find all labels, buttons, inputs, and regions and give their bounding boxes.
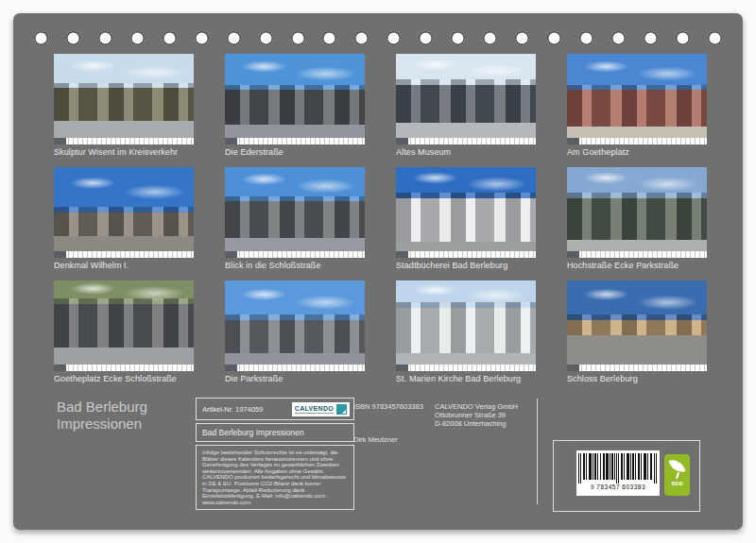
binding-hole [259,31,273,45]
author-name: Dirk Meutzner [353,435,435,444]
barcode-bars [578,453,658,484]
calendar-photo [225,54,365,144]
photo-caption: Denkmal Wilhelm I. [54,261,194,270]
binding-hole [708,31,722,45]
calendar-photo [54,167,194,258]
binding-hole [195,31,209,45]
binding-hole [227,31,241,45]
calendar-photo [396,54,536,144]
photo-caption: Am Goetheplatz [567,147,707,157]
photo-caption: St. Marien Kirche Bad Berleburg [396,374,536,383]
binding-hole [483,31,497,45]
calendar-date-strip [225,138,365,144]
calendar-page-thumbnail: Am Goetheplatz [567,54,707,157]
calendar-page-thumbnail: Hochstraße Ecke Parkstraße [567,167,707,270]
binding-hole [354,31,369,45]
calendar-back-cover: Skulptur Wisent im Kreisverkehr Die Eder… [13,13,743,530]
legal-text-box: Infolge bestehender Schutzrechte ist es … [196,445,354,510]
calvendo-logo-text: CALVENDO [295,405,334,412]
calendar-date-strip [396,138,536,144]
buildings-silhouette [54,207,194,236]
calendar-date-strip [567,365,707,371]
eco-label: eco [671,480,682,486]
photo-caption: Hochstraße Ecke Parkstraße [567,261,707,270]
publisher-street: Ottobrunner Straße 39 [435,411,518,419]
calvendo-logo: CALVENDO [292,402,350,416]
photo-caption: Die Parkstraße [225,374,365,383]
calendar-page-thumbnail: Die Ederstraße [225,54,365,157]
binding-hole [98,31,112,45]
legal-text: Infolge bestehender Schutzrechte ist es … [202,450,346,505]
binding-hole [644,31,658,45]
calendar-photo [396,280,536,371]
binding-hole [66,31,80,45]
article-number: Artikel-Nr. 1974059 [202,405,263,414]
photo-caption: Goetheplatz Ecke Schloßstraße [54,374,194,383]
buildings-silhouette [54,298,194,348]
barcode-section: 9 783457 603383 eco [553,440,700,512]
publisher-address: CALVENDO Verlag GmbH Ottobrunner Straße … [435,402,518,428]
product-title: Bad Berleburg Impressionen [202,428,304,437]
calendar-title-line1: Bad Berleburg [57,399,147,416]
calendar-page-thumbnail: Schloss Berleburg [567,280,707,383]
calendar-date-strip [225,365,365,371]
buildings-silhouette [567,314,707,334]
calendar-photo [396,167,536,258]
buildings-silhouette [567,193,707,240]
binding-hole [611,31,626,45]
buildings-silhouette [225,196,365,238]
calendar-date-strip [396,365,536,371]
binding-hole [163,31,177,45]
binding-hole [291,31,305,45]
buildings-silhouette [396,79,536,123]
buildings-silhouette [54,83,194,121]
calendar-page-thumbnail: Goetheplatz Ecke Schloßstraße [54,280,194,383]
spiral-binding-holes [34,31,722,45]
calendar-page-thumbnail: Denkmal Wilhelm I. [54,167,194,270]
calendar-photo [567,167,707,258]
photo-caption: Skulptur Wisent im Kreisverkehr [54,147,194,157]
calendar-page-thumbnail: Die Parkstraße [225,280,365,383]
photo-caption: Blick in die Schloßstraße [225,261,365,270]
calendar-date-strip [567,251,707,258]
divider-line [537,399,538,504]
calendar-page-thumbnail: St. Marien Kirche Bad Berleburg [396,280,536,383]
calendar-date-strip [54,138,194,144]
binding-hole [451,31,465,45]
calendar-date-strip [225,251,365,258]
binding-hole [130,31,145,45]
eco-logo: eco [664,454,690,496]
binding-hole [579,31,593,45]
calendar-photo [225,167,365,258]
calvendo-logo-rule [295,413,334,414]
product-title-box: Bad Berleburg Impressionen [196,423,354,442]
photo-grid: Skulptur Wisent im Kreisverkehr Die Eder… [54,54,707,383]
buildings-silhouette [396,193,536,242]
photo-caption: Stadtbücherei Bad Berleburg [396,261,536,270]
buildings-silhouette [225,85,365,125]
calvendo-logo-text-wrap: CALVENDO [295,405,334,414]
calendar-date-strip [54,251,194,258]
binding-hole [387,31,401,45]
binding-hole [515,31,529,45]
buildings-silhouette [396,302,536,353]
calendar-date-strip [396,251,536,258]
buildings-silhouette [567,85,707,127]
calendar-date-strip [54,365,194,371]
calendar-title-line2: Impressionen [57,416,147,433]
binding-hole [34,31,48,45]
calendar-photo [567,280,707,371]
photo-caption: Altes Museum [396,147,536,157]
publisher-name: CALVENDO Verlag GmbH [435,402,518,411]
isbn-text: ISBN 9783457603383 [353,402,435,411]
buildings-silhouette [225,314,365,352]
publisher-city: D-82008 Unterhaching [435,419,518,428]
calendar-photo [225,280,365,371]
ean-barcode: 9 783457 603383 [576,450,660,496]
isbn-author-column: ISBN 9783457603383 Dirk Meutzner [353,402,435,444]
calendar-product-photo: Skulptur Wisent im Kreisverkehr Die Eder… [0,0,756,543]
publisher-info-boxes: Artikel-Nr. 1974059 CALVENDO Bad Berlebu… [196,398,354,513]
calendar-page-thumbnail: Skulptur Wisent im Kreisverkehr [54,54,194,157]
leaf-stem-icon [676,472,679,479]
photo-caption: Schloss Berleburg [567,374,707,383]
